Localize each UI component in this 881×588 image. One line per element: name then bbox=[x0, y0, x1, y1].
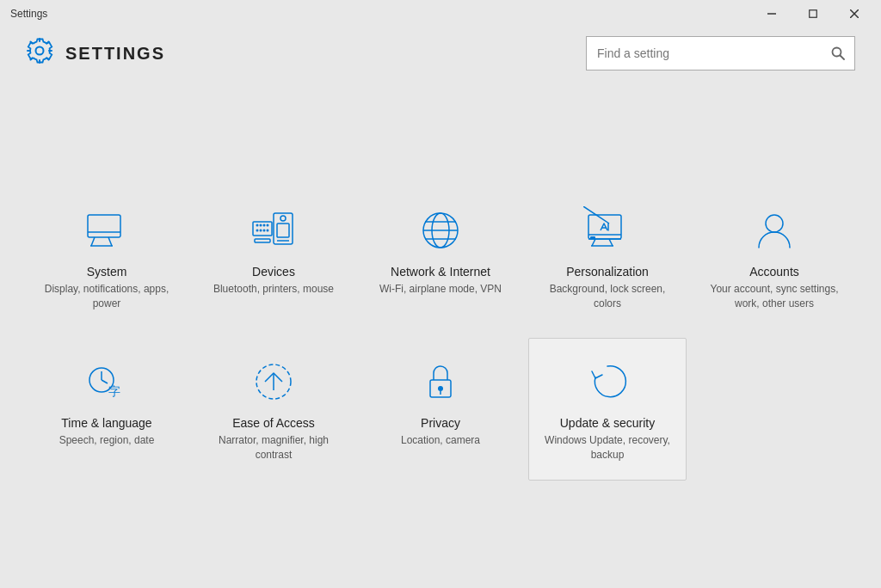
ease-icon bbox=[243, 356, 304, 407]
svg-point-48 bbox=[438, 386, 443, 391]
settings-item-system[interactable]: System Display, notifications, apps, pow… bbox=[28, 187, 186, 329]
svg-line-6 bbox=[841, 56, 845, 60]
system-icon bbox=[77, 205, 137, 256]
svg-line-8 bbox=[91, 237, 95, 246]
time-icon: 字 bbox=[77, 356, 137, 407]
devices-icon bbox=[243, 205, 304, 256]
settings-item-name: Devices bbox=[252, 265, 295, 279]
settings-item-name: Accounts bbox=[749, 265, 799, 279]
settings-item-desc: Windows Update, recovery, backup bbox=[538, 433, 677, 462]
settings-item-time[interactable]: 字 Time & language Speech, region, date bbox=[28, 338, 186, 481]
settings-gear-icon bbox=[26, 37, 53, 70]
settings-item-name: System bbox=[87, 265, 127, 279]
search-button[interactable] bbox=[821, 36, 855, 70]
svg-point-4 bbox=[36, 46, 44, 54]
settings-item-name: Ease of Access bbox=[232, 416, 315, 430]
app-title: SETTINGS bbox=[65, 44, 165, 64]
settings-item-name: Privacy bbox=[421, 416, 460, 430]
settings-item-update[interactable]: Update & security Windows Update, recove… bbox=[528, 338, 687, 481]
settings-item-desc: Background, lock screen, colors bbox=[538, 282, 677, 311]
svg-line-9 bbox=[108, 237, 112, 246]
svg-line-34 bbox=[609, 239, 613, 246]
title-bar: Settings bbox=[0, 0, 881, 28]
svg-rect-39 bbox=[590, 236, 595, 239]
settings-item-desc: Display, notifications, apps, power bbox=[37, 282, 176, 311]
svg-rect-12 bbox=[253, 222, 272, 236]
svg-line-33 bbox=[592, 239, 595, 246]
settings-item-desc: Your account, sync settings, work, other… bbox=[705, 282, 844, 311]
app-header: SETTINGS bbox=[0, 28, 881, 79]
settings-item-personalization[interactable]: Personalization Background, lock screen,… bbox=[528, 187, 687, 329]
minimize-button[interactable] bbox=[752, 0, 792, 28]
svg-line-43 bbox=[102, 380, 108, 383]
search-input[interactable] bbox=[586, 36, 855, 70]
header-left: SETTINGS bbox=[26, 37, 165, 70]
close-button[interactable] bbox=[835, 0, 874, 28]
settings-item-desc: Location, camera bbox=[401, 433, 480, 448]
search-container bbox=[586, 36, 855, 70]
settings-item-name: Update & security bbox=[560, 416, 656, 430]
personalization-icon bbox=[577, 205, 638, 256]
settings-item-name: Network & Internet bbox=[391, 265, 490, 279]
privacy-icon bbox=[410, 356, 471, 407]
settings-item-desc: Bluetooth, printers, mouse bbox=[213, 282, 334, 297]
main-content: System Display, notifications, apps, pow… bbox=[0, 79, 881, 588]
svg-point-24 bbox=[280, 216, 286, 221]
settings-item-desc: Speech, region, date bbox=[59, 433, 155, 448]
settings-item-desc: Narrator, magnifier, high contrast bbox=[204, 433, 343, 462]
settings-item-privacy[interactable]: Privacy Location, camera bbox=[361, 338, 520, 481]
svg-text:字: 字 bbox=[108, 385, 120, 398]
settings-item-devices[interactable]: Devices Bluetooth, printers, mouse bbox=[194, 187, 353, 329]
window-title: Settings bbox=[10, 8, 47, 20]
accounts-icon bbox=[744, 205, 804, 256]
settings-item-name: Time & language bbox=[61, 416, 151, 430]
settings-item-network[interactable]: Network & Internet Wi-Fi, airplane mode,… bbox=[361, 187, 520, 329]
settings-item-accounts[interactable]: Accounts Your account, sync settings, wo… bbox=[695, 187, 853, 329]
settings-item-ease[interactable]: Ease of Access Narrator, magnifier, high… bbox=[194, 338, 353, 481]
settings-item-name: Personalization bbox=[566, 265, 649, 279]
network-icon bbox=[410, 205, 471, 256]
svg-rect-31 bbox=[588, 215, 621, 239]
settings-grid: System Display, notifications, apps, pow… bbox=[28, 187, 853, 480]
svg-rect-15 bbox=[255, 239, 270, 242]
svg-rect-7 bbox=[88, 215, 120, 237]
maximize-button[interactable] bbox=[793, 0, 833, 28]
svg-point-40 bbox=[766, 215, 783, 232]
svg-rect-25 bbox=[277, 224, 289, 237]
settings-item-desc: Wi-Fi, airplane mode, VPN bbox=[379, 282, 502, 297]
window-controls bbox=[752, 0, 874, 28]
svg-rect-1 bbox=[810, 10, 817, 18]
update-icon bbox=[577, 356, 638, 407]
